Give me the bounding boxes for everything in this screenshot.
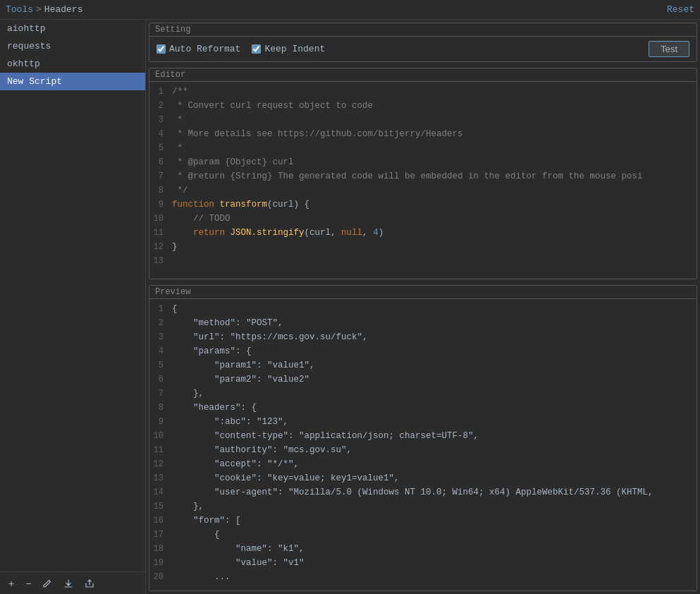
line-content: } (172, 240, 178, 254)
export-button[interactable] (82, 577, 97, 590)
main-layout: aiohttprequestsokhttpNew Script + − (0, 20, 700, 594)
content-area: Setting Auto Reformat Keep Indent Test E… (146, 20, 700, 594)
line-content: "headers": { (172, 401, 257, 415)
auto-reformat-label[interactable]: Auto Reformat (156, 44, 240, 54)
line-content: return JSON.stringify(curl, null, 4) (172, 226, 383, 240)
editor-label: Editor (155, 70, 185, 80)
line-number: 6 (152, 372, 172, 387)
line-number: 5 (152, 141, 172, 155)
editor-line-11: 11 return JSON.stringify(curl, null, 4) (149, 226, 696, 240)
line-content: /** (172, 85, 188, 99)
line-content: * @param {Object} curl (172, 155, 294, 169)
line-number: 2 (152, 316, 172, 330)
line-content: "url": "https://mcs.gov.su/fuck", (172, 330, 368, 344)
preview-line-4: 4 "params": { (149, 344, 696, 358)
editor-code-area[interactable]: 1/**2 * Convert curl request object to c… (149, 82, 696, 279)
line-number: 15 (152, 499, 172, 514)
line-content: { (172, 302, 178, 316)
line-number: 17 (152, 528, 172, 542)
sidebar-footer: + − (0, 571, 145, 594)
sidebar-item-new-script[interactable]: New Script (0, 73, 145, 90)
keep-indent-label[interactable]: Keep Indent (252, 44, 325, 54)
line-number: 6 (152, 155, 172, 169)
line-number: 5 (152, 358, 172, 372)
sidebar-item-requests[interactable]: requests (0, 37, 145, 55)
line-content: "value": "v1" (172, 556, 305, 570)
remove-button[interactable]: − (23, 576, 34, 590)
sidebar-item-aiohttp[interactable]: aiohttp (0, 20, 145, 37)
edit-button[interactable] (39, 577, 55, 590)
line-content: "param1": "value1", (172, 358, 315, 372)
editor-line-9: 9function transform(curl) { (149, 198, 696, 212)
preview-line-12: 12 "accept": "*/*", (149, 457, 696, 471)
line-number: 9 (152, 415, 172, 429)
line-number: 1 (152, 302, 172, 316)
setting-panel: Setting Auto Reformat Keep Indent Test (149, 23, 697, 62)
line-content: // TODO (172, 212, 231, 226)
line-number: 8 (152, 183, 172, 198)
setting-content: Auto Reformat Keep Indent Test (149, 37, 696, 61)
test-button[interactable]: Test (649, 41, 689, 57)
line-number: 12 (152, 457, 172, 471)
line-number: 3 (152, 330, 172, 344)
line-content: "accept": "*/*", (172, 457, 299, 471)
preview-line-3: 3 "url": "https://mcs.gov.su/fuck", (149, 330, 696, 344)
preview-line-1: 1{ (149, 302, 696, 316)
auto-reformat-checkbox[interactable] (156, 44, 166, 54)
line-number: 10 (152, 212, 172, 226)
sidebar-list: aiohttprequestsokhttpNew Script (0, 20, 145, 571)
line-number: 4 (152, 127, 172, 141)
breadcrumb-root[interactable]: Tools (6, 4, 33, 15)
line-number: 13 (152, 471, 172, 485)
preview-line-8: 8 "headers": { (149, 401, 696, 415)
line-content: "user-agent": "Mozilla/5.0 (Windows NT 1… (172, 485, 653, 499)
keep-indent-checkbox[interactable] (252, 44, 261, 54)
sidebar-item-okhttp[interactable]: okhttp (0, 55, 145, 73)
editor-line-7: 7 * @return {String} The generated code … (149, 169, 696, 183)
editor-line-5: 5 * (149, 141, 696, 155)
editor-line-8: 8 */ (149, 183, 696, 198)
line-number: 9 (152, 198, 172, 212)
line-content: * (172, 141, 183, 155)
editor-line-3: 3 * (149, 113, 696, 127)
line-content: "param2": "value2" (172, 372, 309, 387)
preview-line-9: 9 ":abc": "123", (149, 415, 696, 429)
breadcrumb-separator: > (36, 4, 42, 15)
preview-line-14: 14 "user-agent": "Mozilla/5.0 (Windows N… (149, 485, 696, 499)
add-button[interactable]: + (6, 576, 17, 590)
line-content: * (172, 113, 183, 127)
line-content: function transform(curl) { (172, 198, 309, 212)
download-button[interactable] (61, 577, 76, 590)
line-content: */ (172, 183, 188, 198)
line-content: "params": { (172, 344, 252, 358)
line-number: 18 (152, 542, 172, 556)
line-number: 7 (152, 387, 172, 401)
line-content: * More details see https://github.com/bi… (172, 127, 463, 141)
line-number: 14 (152, 485, 172, 499)
preview-line-11: 11 "authority": "mcs.gov.su", (149, 443, 696, 457)
preview-code-area[interactable]: 1{2 "method": "POST",3 "url": "https://m… (149, 299, 696, 590)
line-number: 11 (152, 226, 172, 240)
setting-panel-header: Setting (149, 23, 696, 37)
reset-link[interactable]: Reset (667, 4, 694, 15)
line-content: * @return {String} The generated code wi… (172, 169, 643, 183)
keep-indent-text: Keep Indent (264, 44, 325, 54)
line-number: 1 (152, 85, 172, 99)
line-number: 8 (152, 401, 172, 415)
preview-line-20: 20 ... (149, 570, 696, 584)
auto-reformat-text: Auto Reformat (169, 44, 240, 54)
editor-line-4: 4 * More details see https://github.com/… (149, 127, 696, 141)
preview-line-16: 16 "form": [ (149, 514, 696, 528)
line-content: "content-type": "application/json; chars… (172, 429, 479, 443)
line-content: * Convert curl request object to code (172, 99, 373, 113)
editor-line-13: 13 (149, 254, 696, 268)
line-number: 16 (152, 514, 172, 528)
line-content: "form": [ (172, 514, 241, 528)
setting-label: Setting (155, 25, 190, 35)
preview-line-13: 13 "cookie": "key=value; key1=value1", (149, 471, 696, 485)
line-content: "method": "POST", (172, 316, 283, 330)
editor-line-6: 6 * @param {Object} curl (149, 155, 696, 169)
preview-line-19: 19 "value": "v1" (149, 556, 696, 570)
preview-line-6: 6 "param2": "value2" (149, 372, 696, 387)
editor-line-10: 10 // TODO (149, 212, 696, 226)
